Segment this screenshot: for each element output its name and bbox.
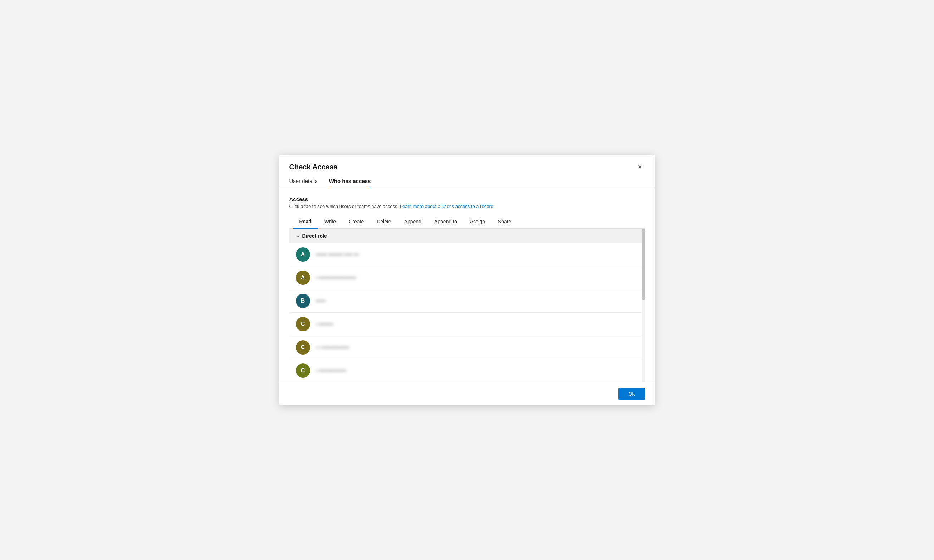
avatar: A: [296, 271, 310, 285]
content-area: Access Click a tab to see which users or…: [279, 188, 655, 382]
perm-tab-read[interactable]: Read: [293, 216, 318, 229]
list-item: A • •••••••••••••••••••••••: [289, 266, 645, 289]
item-name: • • •••••••••••••••••: [316, 345, 349, 350]
list-item: C • •••••••••: [289, 313, 645, 336]
ok-button[interactable]: Ok: [619, 388, 645, 400]
scrollbar-track: [642, 229, 645, 382]
item-name: ••••••: [316, 298, 326, 304]
perm-tab-share[interactable]: Share: [491, 216, 518, 229]
avatar: C: [296, 363, 310, 378]
list-item: A ••••••• ••••••••• ••••• •••: [289, 243, 645, 266]
check-access-dialog: Check Access × User details Who has acce…: [279, 155, 655, 405]
chevron-down-icon: ⌄: [296, 233, 299, 238]
item-name: • •••••••••: [316, 322, 333, 327]
item-name: • •••••••••••••••••••••••: [316, 275, 356, 280]
access-heading: Access: [289, 196, 645, 202]
avatar: A: [296, 247, 310, 262]
tabs-bar: User details Who has access: [279, 172, 655, 188]
list-item: C • • •••••••••••••••••: [289, 336, 645, 359]
list-item: B ••••••: [289, 289, 645, 313]
perm-tab-delete[interactable]: Delete: [370, 216, 397, 229]
item-name: • •••••••••••••••••: [316, 368, 347, 374]
perm-tab-write[interactable]: Write: [318, 216, 342, 229]
avatar: C: [296, 317, 310, 331]
avatar: B: [296, 294, 310, 308]
perm-tab-create[interactable]: Create: [342, 216, 370, 229]
avatar: C: [296, 340, 310, 354]
group-header-direct-role[interactable]: ⌄ Direct role: [289, 229, 645, 243]
list-wrapper: ⌄ Direct role A ••••••• ••••••••• ••••• …: [289, 229, 645, 382]
perm-tab-append[interactable]: Append: [398, 216, 428, 229]
scrollbar-thumb[interactable]: [642, 229, 645, 300]
dialog-header: Check Access ×: [279, 155, 655, 172]
list-item: C • •••••••••••••••••: [289, 359, 645, 382]
list-container: ⌄ Direct role A ••••••• ••••••••• ••••• …: [289, 229, 645, 382]
access-description: Click a tab to see which users or teams …: [289, 204, 645, 209]
permission-tabs: Read Write Create Delete Append Append t…: [289, 215, 645, 229]
group-label: Direct role: [302, 233, 327, 239]
tab-user-details[interactable]: User details: [289, 178, 318, 188]
perm-tab-append-to[interactable]: Append to: [428, 216, 464, 229]
perm-tab-assign[interactable]: Assign: [464, 216, 491, 229]
tab-who-has-access[interactable]: Who has access: [329, 178, 371, 188]
item-name: ••••••• ••••••••• ••••• •••: [316, 252, 359, 257]
learn-more-link[interactable]: Learn more about a user's access to a re…: [400, 204, 495, 209]
close-button[interactable]: ×: [635, 162, 645, 172]
dialog-footer: Ok: [279, 382, 655, 405]
dialog-title: Check Access: [289, 163, 338, 171]
